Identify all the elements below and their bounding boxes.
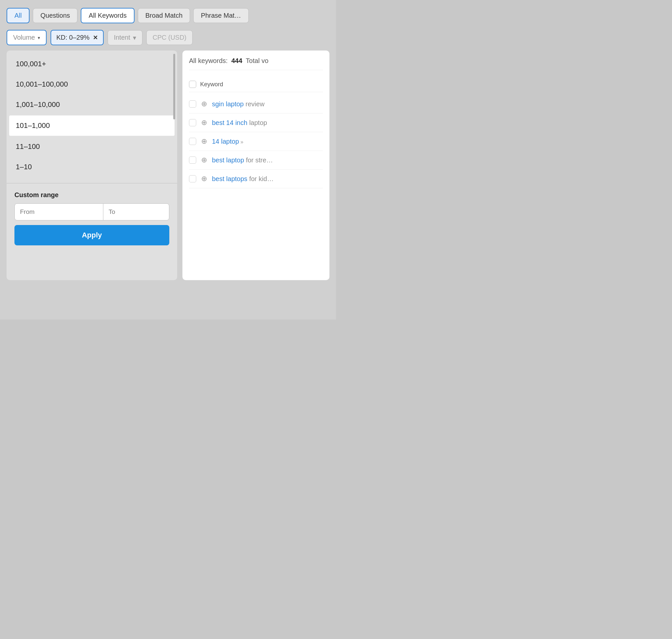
keyword-col-label: Keyword: [200, 81, 223, 88]
volume-option-100k-plus[interactable]: 100,001+: [6, 54, 177, 74]
row-checkbox[interactable]: [189, 100, 196, 108]
volume-option-11-100[interactable]: 11–100: [6, 137, 177, 157]
keyword-blue-part: best laptop: [212, 156, 244, 164]
table-row: ⊕ sgin laptop review: [189, 95, 323, 113]
volume-dropdown-panel: 100,001+ 10,001–100,000 1,001–10,000 101…: [6, 50, 177, 280]
total-volume-label: Total vo: [246, 57, 269, 64]
volume-option-101-1k[interactable]: 101–1,000: [9, 115, 174, 136]
table-row: ⊕ best laptop for stre…: [189, 151, 323, 170]
tab-all[interactable]: All: [6, 8, 30, 23]
kd-filter-button[interactable]: KD: 0–29% ✕: [50, 30, 104, 45]
from-input[interactable]: [15, 204, 103, 220]
table-row: ⊕ best 14 inch laptop: [189, 113, 323, 132]
volume-label: Volume: [13, 34, 35, 41]
custom-range-inputs: [14, 203, 169, 220]
volume-option-1k-10k[interactable]: 1,001–10,000: [6, 94, 177, 115]
add-keyword-icon[interactable]: ⊕: [200, 138, 208, 145]
table-row: ⊕ best laptops for kid…: [189, 170, 323, 188]
custom-range-section: Custom range Apply: [6, 186, 177, 253]
select-all-checkbox[interactable]: [189, 81, 196, 88]
volume-chevron-icon: ▾: [38, 35, 40, 40]
main-area: 100,001+ 10,001–100,000 1,001–10,000 101…: [6, 50, 330, 280]
cpc-label: CPC (USD): [153, 34, 186, 41]
row-checkbox[interactable]: [189, 175, 196, 182]
keyword-blue-part: 14 laptop: [212, 138, 239, 145]
kd-label: KD: 0–29%: [57, 34, 90, 41]
keyword-text: 14 laptop »: [212, 138, 243, 145]
add-keyword-icon[interactable]: ⊕: [200, 100, 208, 108]
keyword-blue-part: sgin laptop: [212, 100, 244, 108]
apply-button[interactable]: Apply: [14, 225, 169, 245]
keyword-text: best laptop for stre…: [212, 156, 273, 164]
tab-questions[interactable]: Questions: [33, 8, 77, 23]
row-checkbox[interactable]: [189, 138, 196, 145]
add-keyword-icon[interactable]: ⊕: [200, 175, 208, 183]
keyword-column-header: Keyword: [189, 77, 323, 92]
intent-label: Intent: [114, 34, 130, 41]
all-keywords-label: All keywords:: [189, 57, 228, 64]
add-keyword-icon[interactable]: ⊕: [200, 156, 208, 164]
add-keyword-icon[interactable]: ⊕: [200, 119, 208, 127]
volume-option-1-10[interactable]: 1–10: [6, 157, 177, 177]
keyword-gray-part: for stre…: [244, 156, 273, 164]
row-checkbox[interactable]: [189, 156, 196, 164]
keyword-text: best 14 inch laptop: [212, 119, 267, 127]
page-wrapper: All Questions All Keywords Broad Match P…: [0, 0, 336, 320]
keyword-blue-part: best 14 inch: [212, 119, 247, 126]
tab-broad-match[interactable]: Broad Match: [138, 8, 190, 23]
cpc-filter-button[interactable]: CPC (USD): [146, 30, 193, 45]
volume-filter-button[interactable]: Volume ▾: [6, 30, 47, 45]
volume-option-10k-100k[interactable]: 10,001–100,000: [6, 74, 177, 94]
filter-row: Volume ▾ KD: 0–29% ✕ Intent ▾ CPC (USD): [6, 30, 330, 45]
keywords-count: 444: [231, 57, 242, 64]
intent-chevron-icon: ▾: [133, 34, 136, 42]
custom-range-label: Custom range: [14, 191, 169, 199]
dropdown-scrollbar[interactable]: [173, 54, 175, 120]
keyword-gray-part: for kid…: [247, 175, 274, 182]
keyword-gray-part: review: [244, 100, 264, 108]
dropdown-divider: [6, 183, 177, 183]
keyword-gray-part: laptop: [247, 119, 267, 126]
volume-dropdown-list: 100,001+ 10,001–100,000 1,001–10,000 101…: [6, 50, 177, 181]
kd-close-icon[interactable]: ✕: [93, 34, 98, 41]
row-checkbox[interactable]: [189, 119, 196, 126]
tab-phrase-match[interactable]: Phrase Mat…: [193, 8, 248, 23]
intent-filter-button[interactable]: Intent ▾: [108, 30, 142, 45]
keyword-blue-part: best laptops: [212, 175, 247, 182]
to-input[interactable]: [103, 204, 169, 220]
double-arrow-icon: »: [239, 139, 243, 145]
filter-tabs: All Questions All Keywords Broad Match P…: [6, 8, 330, 23]
tab-all-keywords[interactable]: All Keywords: [81, 8, 135, 23]
table-row: ⊕ 14 laptop »: [189, 132, 323, 151]
keywords-header: All keywords: 444 Total vo: [189, 57, 323, 70]
right-panel: All keywords: 444 Total vo Keyword ⊕ sgi…: [182, 50, 330, 280]
keyword-text: sgin laptop review: [212, 100, 264, 108]
keyword-text: best laptops for kid…: [212, 175, 274, 183]
